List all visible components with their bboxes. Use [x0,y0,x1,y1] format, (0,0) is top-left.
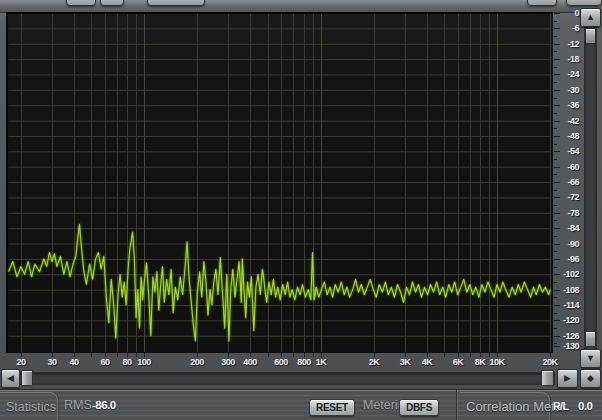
db-minor-tick [554,220,557,221]
db-minor-tick [554,282,557,283]
db-tick [554,90,560,91]
db-tick-label: -78 [567,208,579,218]
freq-tick [117,353,118,357]
freq-tick [313,353,314,357]
db-minor-tick [554,190,557,191]
v-scrollbar-thumb-top[interactable] [585,28,596,44]
db-tick-label: -130 [563,341,579,351]
scroll-left-button[interactable]: ◀ [1,369,20,388]
db-tick [554,259,560,260]
correlation-meter-label: Correlation Meter [466,399,566,414]
db-tick [554,13,560,14]
db-tick-label: -24 [567,69,579,79]
db-minor-tick [554,21,557,22]
reset-button[interactable]: RESET [309,399,355,416]
v-scrollbar-track[interactable] [584,9,597,367]
db-tick [554,320,560,321]
h-scrollbar-track[interactable] [3,372,555,385]
db-tick [554,336,560,337]
db-tick-label: -60 [567,162,579,172]
db-tick [554,74,560,75]
freq-tick-label: 100 [137,357,151,367]
db-tick-label: -126 [563,331,579,341]
freq-tick-label: 1K [316,357,327,367]
freq-tick-label: 40 [69,357,78,367]
freq-tick [444,353,445,357]
freq-tick [293,353,294,357]
db-tick-label: -108 [563,285,579,295]
scroll-right-button[interactable]: ▶ [557,369,578,388]
db-tick [554,28,560,29]
status-divider [456,390,457,420]
spectrum-analyzer-window: 20304060801002003004006008001K2K3K4K6K8K… [0,0,602,420]
rl-label: R/L [553,400,568,412]
db-tick [554,121,560,122]
tab-statistics[interactable]: Statistics [0,392,58,420]
freq-tick-label: 80 [122,357,131,367]
v-scrollbar-thumb-bottom[interactable] [585,331,596,347]
db-tick-label: -6 [572,23,579,33]
db-tick [554,346,560,347]
freq-tick-label: 2K [369,357,380,367]
rms-label: RMS [64,398,92,412]
db-tick [554,151,560,152]
db-minor-tick [554,297,557,298]
dbfs-button[interactable]: DBFS [399,399,439,416]
db-minor-tick [554,313,557,314]
dbfs-button-label: DBFS [406,402,432,413]
db-tick [554,305,560,306]
db-tick [554,167,560,168]
frequency-axis: 20304060801002003004006008001K2K3K4K6K8K… [0,353,602,370]
db-tick-label: -66 [567,177,579,187]
freq-tick-label: 10K [489,357,504,367]
db-tick [554,228,560,229]
freq-tick-label: 400 [243,357,257,367]
freq-tick-label: 8K [475,357,486,367]
db-tick [554,105,560,106]
toolbar-button-1[interactable] [66,0,96,6]
db-minor-tick [554,205,557,206]
toolbar-button-2[interactable] [100,0,124,6]
db-tick-label: -120 [563,315,579,325]
db-minor-tick [554,67,557,68]
db-tick-label: -102 [563,269,579,279]
db-tick [554,182,560,183]
db-minor-tick [554,82,557,83]
h-scrollbar-thumb-left[interactable] [21,370,33,386]
db-tick-label: 0 [574,8,579,18]
corner-diamond-icon: ◆ [587,374,594,383]
db-tick-label: -18 [567,54,579,64]
freq-tick-label: 30 [47,357,56,367]
scroll-up-button[interactable]: ▲ [580,8,601,27]
spectrum-plot-area [6,12,553,353]
tab-correlation-meter[interactable]: Correlation Meter [460,392,550,420]
scroll-up-icon: ▲ [586,13,595,22]
db-minor-tick [554,328,557,329]
scroll-left-icon: ◀ [7,374,14,383]
toolbar-button-3[interactable] [147,0,205,6]
freq-tick-label: 4K [422,357,433,367]
db-tick [554,274,560,275]
db-tick-label: -54 [567,146,579,156]
db-tick [554,197,560,198]
db-tick [554,59,560,60]
scroll-down-button[interactable]: ▼ [580,349,601,368]
db-tick-label: -90 [567,239,579,249]
db-minor-tick [554,251,557,252]
db-tick-label: -12 [567,39,579,49]
corner-button[interactable]: ◆ [580,369,601,388]
freq-tick-label: 800 [297,357,311,367]
db-tick-label: -84 [567,223,579,233]
db-tick-label: -96 [567,254,579,264]
db-minor-tick [554,113,557,114]
db-minor-tick [554,98,557,99]
h-scrollbar-thumb-right[interactable] [541,370,554,386]
db-minor-tick [554,174,557,175]
rms-value: -86.0 [92,399,116,411]
db-minor-tick [554,36,557,37]
db-minor-tick [554,159,557,160]
freq-tick-label: 200 [190,357,204,367]
db-minor-tick [554,144,557,145]
rl-value: 0.0 [578,400,593,412]
db-minor-tick [554,51,557,52]
